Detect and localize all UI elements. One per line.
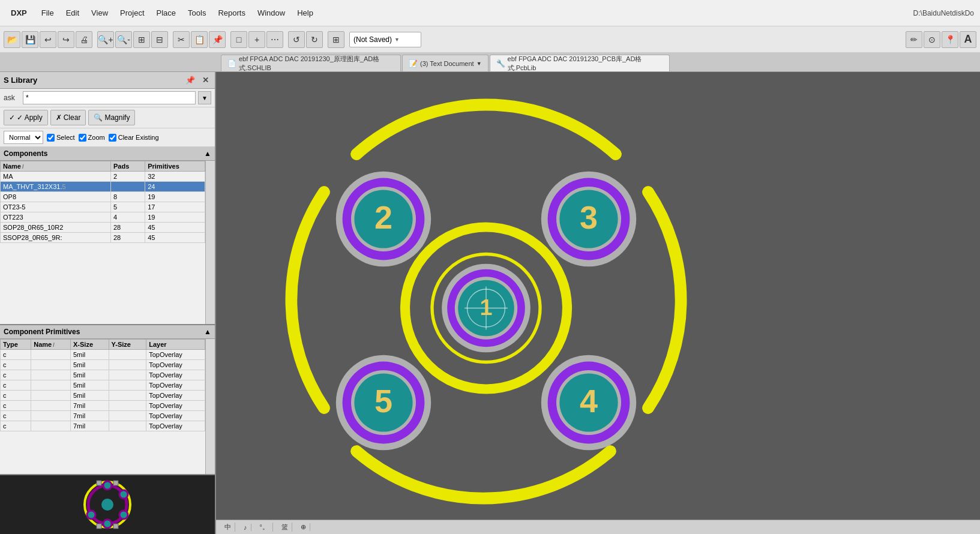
comp-name-cell: MA_THVT_312X31.5: [1, 182, 111, 192]
zoom-label: Zoom: [88, 134, 105, 141]
list-item[interactable]: c 7mil TopOverlay: [1, 411, 205, 421]
table-row[interactable]: OT223 4 19: [1, 212, 205, 223]
tb-pin-btn[interactable]: 📍: [942, 31, 958, 48]
apply-button[interactable]: ✓ ✓ Apply: [4, 110, 48, 125]
prim-name-cell: [31, 370, 71, 380]
comp-pads-cell: 2: [111, 172, 145, 182]
not-saved-dropdown[interactable]: (Not Saved) ▼: [349, 32, 421, 47]
tb-redo2-btn[interactable]: ↻: [306, 31, 323, 48]
magnify-label: Magnify: [104, 113, 130, 122]
col-ysize: Y-Size: [109, 340, 146, 350]
mask-dropdown-btn[interactable]: ▼: [198, 91, 211, 104]
comp-pads-cell: 4: [111, 212, 145, 223]
list-item[interactable]: c 5mil TopOverlay: [1, 380, 205, 391]
prim-xsize-cell: 5mil: [71, 350, 109, 360]
prim-xsize-cell: 5mil: [71, 360, 109, 370]
clear-button[interactable]: ✗ Clear: [50, 110, 86, 125]
components-table: Name/ Pads Primitives MA 2 32 MA_THVT_31…: [0, 161, 205, 243]
table-row[interactable]: OT23-5 5 17: [1, 202, 205, 212]
mask-input[interactable]: [23, 91, 196, 104]
panel-pin-icon[interactable]: 📌: [183, 74, 197, 86]
table-row[interactable]: MA_THVT_312X31.5 24: [1, 182, 205, 192]
menu-reports[interactable]: Reports: [212, 6, 251, 20]
tb-zoomin-btn[interactable]: 🔍+: [97, 31, 114, 48]
tb-zoomout-btn[interactable]: 🔍-: [115, 31, 132, 48]
status-chinese: 中: [221, 523, 235, 532]
menu-window[interactable]: Window: [251, 6, 291, 20]
tb-copy-btn[interactable]: 📋: [191, 31, 208, 48]
primitives-scroll-up[interactable]: ▲: [204, 328, 211, 336]
list-item[interactable]: c 7mil TopOverlay: [1, 401, 205, 411]
tab-textdoc-arrow[interactable]: ▼: [476, 61, 482, 67]
prim-table-wrapper[interactable]: Type Name/ X-Size Y-Size Layer c 5mil To…: [0, 339, 205, 474]
comp-table-wrapper[interactable]: Name/ Pads Primitives MA 2 32 MA_THVT_31…: [0, 161, 205, 324]
panel-close-icon[interactable]: ✕: [200, 74, 211, 86]
chevron-down-icon: ▼: [394, 37, 400, 43]
menu-view[interactable]: View: [85, 6, 114, 20]
menu-help[interactable]: Help: [291, 6, 319, 20]
comp-pads-cell: 5: [111, 202, 145, 212]
menu-tools[interactable]: Tools: [182, 6, 212, 20]
prim-ysize-cell: [109, 401, 146, 411]
list-item[interactable]: c 7mil TopOverlay: [1, 421, 205, 431]
comp-pads-cell: 28: [111, 223, 145, 233]
prim-name-cell: [31, 401, 71, 411]
tb-undo-btn[interactable]: ↩: [40, 31, 56, 48]
tb-pencil-btn[interactable]: ✏: [906, 31, 922, 48]
list-item[interactable]: c 5mil TopOverlay: [1, 370, 205, 380]
menu-dxp[interactable]: DXP: [5, 6, 33, 20]
list-item[interactable]: c 5mil TopOverlay: [1, 360, 205, 370]
tb-print-btn[interactable]: 🖨: [76, 31, 92, 48]
tb-font-btn[interactable]: A: [960, 31, 976, 48]
clear-existing-checkbox[interactable]: [109, 134, 116, 142]
table-row[interactable]: MA 2 32: [1, 172, 205, 182]
comp-primitives-cell: 24: [145, 182, 205, 192]
tb-rect-btn[interactable]: □: [230, 31, 247, 48]
zoom-checkbox[interactable]: [79, 134, 86, 142]
tab-pcblib[interactable]: 🔧 ebf FPGA ADC DAC 20191230_PCB库_AD格式.Pc…: [490, 55, 670, 71]
components-scroll-up[interactable]: ▲: [204, 149, 211, 158]
normal-dropdown[interactable]: Normal: [4, 131, 43, 144]
tb-grid-btn[interactable]: ⊞: [328, 31, 344, 48]
prim-ysize-cell: [109, 360, 146, 370]
toolbar: 📂 💾 ↩ ↪ 🖨 🔍+ 🔍- ⊞ ⊟ ✂ 📋 📌 □ + ⋯ ↺ ↻ ⊞ (N…: [0, 26, 980, 53]
table-row[interactable]: SSOP28_0R65_9R: 28 45: [1, 233, 205, 243]
svg-rect-8: [97, 481, 101, 485]
table-row[interactable]: SOP28_0R65_10R2 28 45: [1, 223, 205, 233]
menu-place[interactable]: Place: [151, 6, 182, 20]
tb-cross-btn[interactable]: +: [248, 31, 265, 48]
canvas-area[interactable]: 1 2 3 4: [216, 72, 980, 534]
tab-textdoc[interactable]: 📝 (3) Text Document ▼: [402, 55, 488, 71]
tb-zoomarea-btn[interactable]: ⊟: [151, 31, 168, 48]
list-item[interactable]: c 5mil TopOverlay: [1, 350, 205, 360]
comp-name-cell: SOP28_0R65_10R2: [1, 223, 111, 233]
list-item[interactable]: c 5mil TopOverlay: [1, 391, 205, 401]
tb-cut-btn[interactable]: ✂: [173, 31, 190, 48]
select-checkbox[interactable]: [47, 134, 55, 142]
prim-tbody: c 5mil TopOverlay c 5mil TopOverlay c 5m…: [1, 350, 205, 431]
prim-type-cell: c: [1, 421, 31, 431]
schlib-icon: 📄: [227, 59, 236, 68]
tb-open-btn[interactable]: 📂: [4, 31, 20, 48]
apply-label: ✓ Apply: [17, 113, 43, 122]
svg-text:5: 5: [374, 383, 392, 419]
menu-edit[interactable]: Edit: [60, 6, 85, 20]
prim-type-cell: c: [1, 350, 31, 360]
components-scrollbar[interactable]: [205, 161, 215, 324]
primitives-scrollbar[interactable]: [205, 339, 215, 474]
svg-point-4: [119, 490, 128, 499]
status-basket: 篮: [278, 523, 292, 532]
preview-area: [0, 474, 215, 534]
tb-redo-btn[interactable]: ↪: [58, 31, 74, 48]
magnify-button[interactable]: 🔍 Magnify: [88, 110, 135, 125]
menu-project[interactable]: Project: [114, 6, 150, 20]
tb-circle-btn[interactable]: ⊙: [924, 31, 940, 48]
tb-select-btn[interactable]: ⋯: [266, 31, 283, 48]
tb-undo2-btn[interactable]: ↺: [288, 31, 305, 48]
tab-schlib[interactable]: 📄 ebf FPGA ADC DAC 20191230_原理图库_AD格式.SC…: [221, 55, 401, 71]
menu-file[interactable]: File: [35, 6, 60, 20]
table-row[interactable]: OP8 8 19: [1, 192, 205, 202]
tb-save-btn[interactable]: 💾: [22, 31, 38, 48]
tb-zoomfit-btn[interactable]: ⊞: [133, 31, 150, 48]
tb-paste-btn[interactable]: 📌: [209, 31, 226, 48]
